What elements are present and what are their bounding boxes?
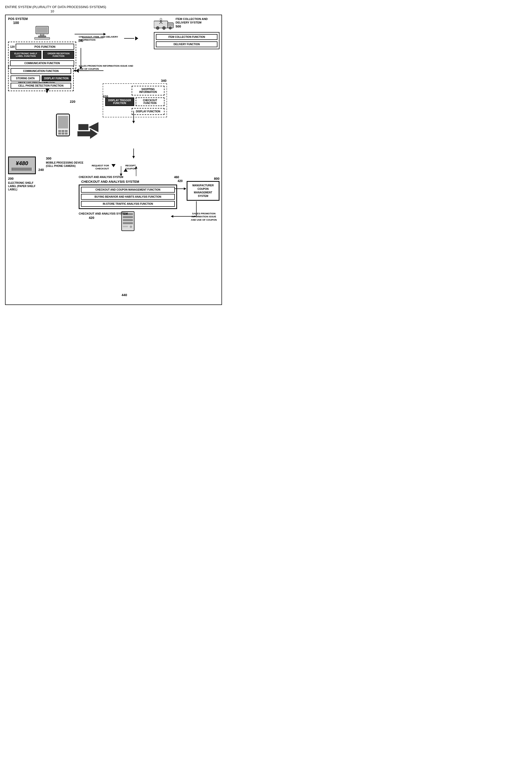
mcm-container: 800 MANUFACTURER COUPON MANAGEMENT SYSTE… bbox=[187, 177, 219, 201]
shopping-display-block: 340 SHOPPING INFORMATION DISPLAY TRIGGER… bbox=[103, 83, 167, 117]
cas-label: CHECKOUT AND ANALYSIS SYSTEM bbox=[79, 175, 123, 179]
electronic-shelf-label-function: ELECTRONIC SHELF LABEL FUNCTION bbox=[10, 51, 41, 59]
pos-box: 120 POS FUNCTION ELECTRONIC SHELF LABEL … bbox=[8, 42, 76, 69]
esl-number-220: 220 bbox=[70, 100, 75, 103]
pos-system-number: 100 bbox=[13, 21, 19, 25]
icd-number: 500 bbox=[176, 24, 219, 28]
mobile-phone bbox=[56, 114, 70, 136]
svg-point-32 bbox=[156, 26, 159, 30]
svg-marker-20 bbox=[184, 187, 186, 190]
svg-rect-26 bbox=[40, 34, 44, 36]
system-number-label: 10 bbox=[50, 9, 222, 13]
pos-terminal-icon bbox=[33, 26, 51, 40]
sales-promotion-right-label: SALES PROMOTION INFORMATION ISSUE AND US… bbox=[189, 212, 219, 222]
num-420: 420 bbox=[178, 179, 183, 183]
esl-image: ¥480 bbox=[8, 156, 36, 174]
pos-system-label: POS SYSTEM bbox=[8, 17, 28, 21]
svg-point-34 bbox=[169, 27, 172, 29]
shopping-information: SHOPPING INFORMATION bbox=[132, 86, 164, 95]
pos-inner-number: 120 bbox=[10, 45, 15, 48]
page-title: ENTIRE SYSTEM (PLURALITY OF DATA PROCESS… bbox=[5, 5, 222, 9]
svg-rect-46 bbox=[123, 226, 128, 227]
esl-main-number: 200 bbox=[8, 177, 14, 180]
num-460: 460 bbox=[174, 175, 179, 179]
esl-area: COMMUNICATION FUNCTION STORING DATA DISP… bbox=[8, 66, 74, 91]
shopping-display-function: DISPLAY FUNCTION bbox=[132, 108, 164, 115]
mobile-device-number: 300 bbox=[46, 156, 51, 160]
truck-icon bbox=[154, 17, 174, 31]
buying-behavior: BUYING BEHAVIOR AND HABITS ANALYSIS FUNC… bbox=[81, 194, 175, 200]
icd-box: ITEM COLLECTION FUNCTION DELIVERY FUNCTI… bbox=[154, 32, 219, 49]
svg-rect-43 bbox=[123, 219, 133, 221]
instore-traffic: IN-STORE TRAFFIC ANALYSIS FUNCTION bbox=[81, 201, 175, 207]
block-320: 320 bbox=[103, 95, 108, 98]
main-diagram: POS SYSTEM 100 120 POS FUNCTIO bbox=[5, 15, 222, 305]
pos-communication-function: COMMUNICATION FUNCTION bbox=[10, 60, 74, 66]
svg-rect-44 bbox=[123, 222, 133, 224]
checkout-item-delivery-label: CHECKOUT, ITEM, AND DELIVERY INFORMATION bbox=[79, 35, 124, 42]
esl-number-240: 240 bbox=[38, 168, 44, 172]
mcm-box: MANUFACTURER COUPON MANAGEMENT SYSTEM bbox=[187, 181, 219, 201]
svg-rect-27 bbox=[38, 36, 46, 37]
svg-rect-25 bbox=[37, 27, 48, 33]
receipt-coupon-label: RECEIPT COUPON bbox=[125, 164, 146, 170]
svg-point-33 bbox=[162, 26, 165, 30]
cas-box: CHECKOUT AND COUPON MANAGEMENT FUNCTION … bbox=[79, 184, 177, 209]
cas-number-400-label: CHECKOUT AND ANALYSIS SYSTEM bbox=[79, 212, 128, 215]
esl-communication-function: COMMUNICATION FUNCTION bbox=[11, 68, 71, 74]
icd-label: ITEM COLLECTION AND DELIVERY SYSTEM bbox=[176, 17, 219, 24]
svg-marker-1 bbox=[103, 33, 106, 35]
svg-rect-28 bbox=[35, 37, 50, 39]
item-collection-function: ITEM COLLECTION FUNCTION bbox=[156, 34, 217, 40]
block-340: 340 bbox=[161, 79, 166, 82]
order-reception-function: ORDER RECEPTION FUNCTION bbox=[43, 51, 74, 59]
svg-point-35 bbox=[160, 18, 162, 20]
esl-display-function: DISPLAY FUNCTION bbox=[42, 75, 71, 81]
num-440: 440 bbox=[122, 293, 127, 297]
esl-barcode bbox=[12, 167, 32, 171]
icd-system-container: ITEM COLLECTION AND DELIVERY SYSTEM 500 … bbox=[154, 17, 219, 49]
esl-price: ¥480 bbox=[16, 160, 28, 166]
svg-rect-42 bbox=[123, 216, 133, 218]
storing-data: STORING DATA bbox=[11, 75, 40, 81]
mobile-device-label: MOBILE PROCESSING DEVICE (CELL PHONE CAM… bbox=[46, 161, 84, 167]
cell-phone-detection-function: CELL PHONE DETECTION FUNCTION bbox=[11, 83, 71, 89]
cas-400: 420 bbox=[89, 216, 94, 220]
delivery-function: DELIVERY FUNCTION bbox=[156, 41, 217, 47]
checkout-function-box: CHECKOUT FUNCTION bbox=[136, 97, 165, 106]
cas-container: CHECKOUT AND ANALYSIS SYSTEM CHECKOUT AN… bbox=[79, 175, 177, 231]
svg-marker-12 bbox=[132, 121, 135, 123]
pos-system-container: POS SYSTEM 100 120 POS FUNCTIO bbox=[8, 17, 76, 69]
esl-main-label: ELECTRONIC SHELF LABEL (PAPER SHELF LABE… bbox=[8, 181, 41, 191]
display-trigger-function: DISPLAY TRIGGER FUNCTION bbox=[105, 97, 134, 106]
mcm-number: 800 bbox=[187, 177, 219, 180]
cas-number-400: CHECKOUT AND ANALYSIS SYSTEM bbox=[81, 180, 177, 183]
svg-marker-14 bbox=[132, 156, 135, 158]
pos-function-box: POS FUNCTION bbox=[16, 44, 74, 50]
svg-rect-31 bbox=[169, 23, 173, 26]
checkout-coupon-mgmt: CHECKOUT AND COUPON MANAGEMENT FUNCTION bbox=[81, 187, 175, 192]
svg-point-45 bbox=[130, 226, 132, 228]
request-checkout-label: REQUEST FOR CHECKOUT bbox=[84, 164, 109, 170]
